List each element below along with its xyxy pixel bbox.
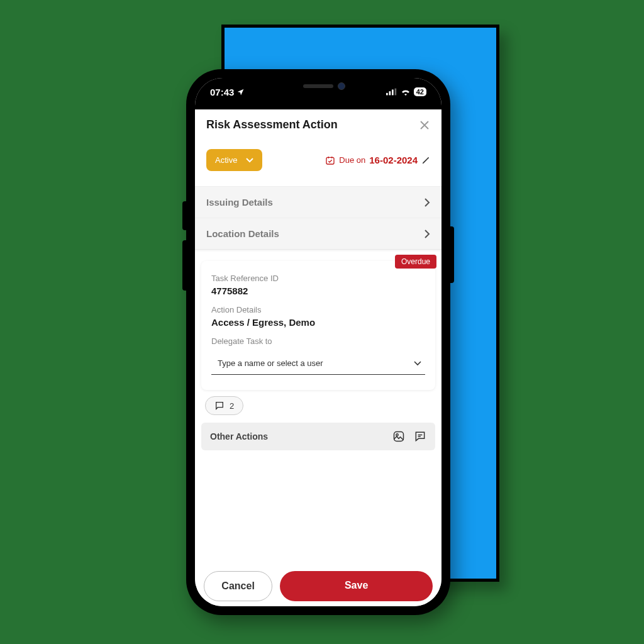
action-details-value: Access / Egress, Demo	[211, 317, 425, 328]
statusbar-time: 07:43	[210, 87, 234, 97]
statusbar: 07:43 42	[195, 78, 441, 109]
task-ref-label: Task Reference ID	[211, 274, 425, 283]
battery-indicator: 42	[414, 87, 426, 96]
svg-rect-2	[392, 89, 394, 95]
other-actions-bar: Other Actions	[201, 423, 435, 450]
chevron-down-icon	[414, 361, 421, 366]
due-prefix: Due on	[339, 155, 365, 165]
due-date-value: 16-02-2024	[369, 155, 418, 165]
svg-rect-3	[394, 89, 396, 96]
comment-icon	[214, 401, 225, 411]
svg-rect-0	[386, 93, 388, 96]
accordion-location-details[interactable]: Location Details	[195, 218, 441, 250]
accordion-label: Location Details	[206, 228, 279, 239]
delegate-label: Delegate Task to	[211, 336, 425, 346]
status-label: Active	[215, 155, 237, 165]
modal-header: Risk Assessment Action	[195, 109, 441, 144]
svg-rect-5	[394, 432, 404, 441]
chat-icon[interactable]	[414, 430, 426, 443]
close-icon[interactable]	[419, 119, 430, 131]
accordion-label: Issuing Details	[206, 197, 273, 208]
delegate-user-select[interactable]: Type a name or select a user	[211, 351, 425, 375]
overdue-badge: Overdue	[395, 255, 436, 269]
accordion-issuing-details[interactable]: Issuing Details	[195, 186, 441, 218]
comments-count: 2	[230, 401, 234, 411]
wifi-icon	[401, 88, 411, 96]
status-dropdown[interactable]: Active	[206, 149, 262, 171]
location-arrow-icon	[236, 88, 245, 96]
due-date-field[interactable]: Due on 16-02-2024	[325, 155, 430, 165]
phone-frame: 07:43 42 Risk Assessment Action Active	[186, 69, 450, 615]
save-button[interactable]: Save	[280, 571, 433, 601]
calendar-check-icon	[325, 155, 335, 165]
screen: 07:43 42 Risk Assessment Action Active	[195, 78, 441, 606]
other-actions-label: Other Actions	[210, 431, 268, 441]
footer-actions: Cancel Save	[195, 565, 441, 606]
svg-point-6	[396, 434, 398, 436]
action-details-label: Action Details	[211, 305, 425, 314]
task-card: Task Reference ID 4775882 Action Details…	[201, 261, 435, 390]
chevron-right-icon	[424, 197, 430, 208]
svg-rect-1	[389, 91, 391, 95]
cancel-button[interactable]: Cancel	[204, 571, 272, 601]
svg-rect-4	[326, 157, 334, 164]
task-ref-value: 4775882	[211, 286, 425, 296]
chevron-right-icon	[424, 229, 430, 239]
image-icon[interactable]	[392, 430, 405, 443]
page-title: Risk Assessment Action	[206, 118, 338, 131]
cellular-signal-icon	[386, 88, 397, 96]
chevron-down-icon	[246, 158, 253, 163]
comments-chip[interactable]: 2	[205, 396, 243, 415]
pencil-icon[interactable]	[421, 156, 430, 165]
delegate-placeholder: Type a name or select a user	[218, 358, 323, 368]
